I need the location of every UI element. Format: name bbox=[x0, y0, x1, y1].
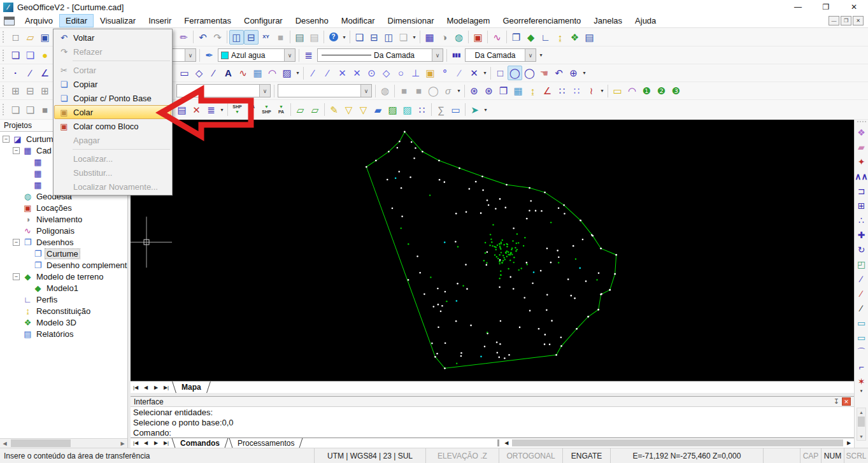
join-button[interactable]: ▭ bbox=[855, 330, 868, 345]
save-file-button[interactable]: ▣ bbox=[38, 30, 52, 45]
interface-nav-button-2[interactable]: ▶ bbox=[151, 438, 161, 448]
hscroll-right-icon[interactable]: ▶ bbox=[844, 440, 854, 446]
window-gray-button[interactable]: ❏ bbox=[396, 30, 411, 45]
menu-inserir[interactable]: Inserir bbox=[142, 14, 178, 27]
split-vertical-button[interactable]: ◫ bbox=[229, 30, 244, 45]
compass-button[interactable]: ➤ bbox=[467, 103, 482, 117]
mdi-close-button[interactable]: ✕ bbox=[853, 16, 864, 25]
menu-editar[interactable]: Editar bbox=[59, 14, 94, 27]
layer-visibility-button[interactable]: ● bbox=[38, 48, 52, 62]
interface-hscrollbar[interactable]: ◀ ▶ bbox=[497, 438, 854, 448]
menu-configurar[interactable]: Configurar bbox=[238, 14, 289, 27]
interface-nav-button-3[interactable]: ▶| bbox=[161, 438, 171, 448]
point-style-button[interactable]: ⊛ bbox=[467, 83, 481, 98]
menu-arquivo[interactable]: Arquivo bbox=[18, 14, 59, 27]
node-tool-1-button[interactable]: ⊞ bbox=[8, 83, 23, 98]
menu-item-colar[interactable]: ▣Colar bbox=[54, 105, 171, 119]
break-button[interactable]: ▭ bbox=[855, 315, 868, 330]
perfis-button[interactable]: ∟ bbox=[538, 30, 553, 45]
menu-visualizar[interactable]: Visualizar bbox=[94, 14, 142, 27]
explode-button[interactable]: ✶ bbox=[855, 374, 868, 388]
cadernetas-button[interactable]: ▦ bbox=[422, 30, 437, 45]
draw-polygon-button[interactable]: ◇ bbox=[192, 66, 206, 80]
snap-perpendicular-button[interactable]: ⊥ bbox=[408, 66, 423, 80]
geodesia-button[interactable]: ◍ bbox=[452, 30, 466, 45]
dome-button[interactable]: ◠ bbox=[625, 83, 639, 98]
node-tool-3-button[interactable]: ⊞ bbox=[38, 83, 52, 98]
shp-export-button[interactable]: ▼SHP bbox=[259, 103, 274, 117]
menu-janelas[interactable]: Janelas bbox=[587, 14, 629, 27]
undo-button[interactable]: ↶ bbox=[196, 30, 210, 45]
zoom-center-button[interactable]: ⊕ bbox=[566, 66, 581, 80]
select-1-button[interactable]: ❏ bbox=[8, 103, 23, 117]
draw-rectangle-button[interactable]: ▭ bbox=[177, 66, 192, 80]
redo-button[interactable]: ↷ bbox=[210, 30, 225, 45]
pa-import-button[interactable]: PA▼ bbox=[245, 103, 259, 117]
draw-polyline-button[interactable]: ∕ bbox=[206, 66, 221, 80]
map-nav-button-2[interactable]: ▶ bbox=[151, 381, 161, 393]
menu-item-copiar[interactable]: ❏Copiar bbox=[54, 77, 171, 91]
menu-item-voltar[interactable]: ↶Voltar bbox=[54, 31, 171, 45]
filter-edit-button[interactable]: ▽ bbox=[356, 103, 371, 117]
menu-dimensionar[interactable]: Dimensionar bbox=[381, 14, 441, 27]
help-dropdown-arrow[interactable]: ▾ bbox=[341, 30, 348, 45]
perfil-tool-button[interactable]: ∠ bbox=[540, 83, 555, 98]
statusbar-ortogonal[interactable]: ORTOGONAL bbox=[499, 448, 562, 463]
map-canvas[interactable] bbox=[131, 120, 854, 381]
viewport-button[interactable]: ■ bbox=[273, 30, 288, 45]
hscroll-thumb[interactable] bbox=[512, 439, 843, 446]
drawing-window-button[interactable]: ❐ bbox=[496, 83, 511, 98]
hatch-button[interactable]: ▨ bbox=[280, 66, 294, 80]
nivelamento-button[interactable]: ◑ bbox=[437, 30, 452, 45]
tree-expander-icon[interactable]: − bbox=[13, 273, 20, 280]
menu-modificar[interactable]: Modificar bbox=[335, 14, 381, 27]
zoom-previous-button[interactable]: ↶ bbox=[551, 66, 566, 80]
print-button[interactable]: ▤ bbox=[292, 30, 307, 45]
zoom-window-button[interactable]: □ bbox=[493, 66, 508, 80]
snap-endpoint-button[interactable]: ∕ bbox=[306, 66, 320, 80]
statusbar-scroll[interactable]: SCRL bbox=[844, 448, 868, 463]
restore-button[interactable]: ❐ bbox=[812, 0, 840, 14]
tree-item-locacoes[interactable]: ▣Locações bbox=[0, 202, 127, 213]
windows-dropdown-arrow[interactable]: ▾ bbox=[411, 30, 418, 45]
color-combo[interactable]: Azul agua∨ bbox=[218, 48, 295, 62]
tab-processamentos[interactable]: Processamentos bbox=[229, 438, 303, 448]
scroll-right-icon[interactable]: ▶ bbox=[118, 439, 127, 448]
snap-node-button[interactable]: ° bbox=[438, 66, 452, 80]
interface-nav-button-1[interactable]: ◀ bbox=[141, 438, 151, 448]
poligonais-button[interactable]: ∿ bbox=[490, 30, 504, 45]
stretch-button[interactable]: ∕ bbox=[855, 271, 868, 286]
tree-item-desenho-complementar[interactable]: ❐Desenho complement bbox=[0, 259, 127, 271]
sidebar-hscrollbar[interactable]: ◀ ▶ bbox=[0, 438, 127, 448]
menu-modelagem[interactable]: Modelagem bbox=[440, 14, 496, 27]
snap-quadrant-button[interactable]: ◇ bbox=[379, 66, 394, 80]
draw-text-button[interactable]: A bbox=[221, 66, 236, 80]
properties-overflow-arrow[interactable]: ▾ bbox=[537, 48, 544, 62]
menu-item-copiar-ponto-base[interactable]: ❏Copiar c/ Ponto Base bbox=[54, 91, 171, 105]
scale-button[interactable]: ◰ bbox=[855, 257, 868, 271]
delete-table-button[interactable]: ✕ bbox=[189, 103, 204, 117]
reconstituicao-button[interactable]: ↨ bbox=[553, 30, 567, 45]
zoom-dropdown-arrow[interactable]: ▾ bbox=[581, 66, 588, 80]
select-2-button[interactable]: ❏ bbox=[23, 103, 38, 117]
export-table-button[interactable]: ▤ bbox=[174, 103, 189, 117]
parallel-1-button[interactable]: ▱ bbox=[293, 103, 308, 117]
move-button[interactable]: ✚ bbox=[855, 227, 868, 242]
measure-dropdown-arrow[interactable]: ▾ bbox=[455, 83, 462, 98]
snap-nearest-button[interactable]: ∕ bbox=[452, 66, 467, 80]
draw-point-button[interactable]: · bbox=[8, 66, 23, 80]
selection-combo-1[interactable]: ∨ bbox=[176, 84, 271, 97]
relatorios-button[interactable]: ▤ bbox=[582, 30, 597, 45]
menu-georreferenciamento[interactable]: Georreferenciamento bbox=[496, 14, 587, 27]
parallel-2-button[interactable]: ▱ bbox=[308, 103, 322, 117]
entity-properties-button[interactable]: ❖ bbox=[855, 125, 868, 139]
hatch-cyan-button[interactable]: ▨ bbox=[400, 103, 415, 117]
selection-combo-2[interactable]: ∨ bbox=[278, 84, 372, 97]
rounded-rect-button[interactable]: ▭ bbox=[448, 103, 463, 117]
zoom-scale-button[interactable]: ◯ bbox=[522, 66, 537, 80]
tree-item-nivelamento[interactable]: ◑Nivelamento bbox=[0, 213, 127, 225]
fillet-button[interactable]: ⌒ bbox=[855, 345, 868, 359]
terrain-1-button[interactable]: ❶ bbox=[639, 83, 654, 98]
tree-item-desenhos[interactable]: −❐Desenhos bbox=[0, 236, 127, 248]
shp-import-button[interactable]: SHP▼ bbox=[230, 103, 245, 117]
